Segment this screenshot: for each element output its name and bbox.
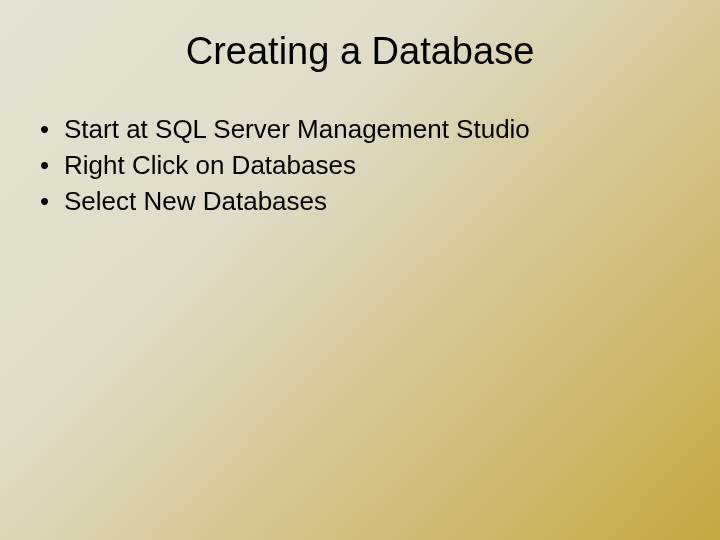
list-item: Select New Databases — [40, 185, 700, 219]
list-item: Start at SQL Server Management Studio — [40, 113, 700, 147]
bullet-list: Start at SQL Server Management Studio Ri… — [20, 113, 700, 218]
list-item: Right Click on Databases — [40, 149, 700, 183]
slide-title: Creating a Database — [20, 30, 700, 73]
slide: Creating a Database Start at SQL Server … — [0, 0, 720, 540]
